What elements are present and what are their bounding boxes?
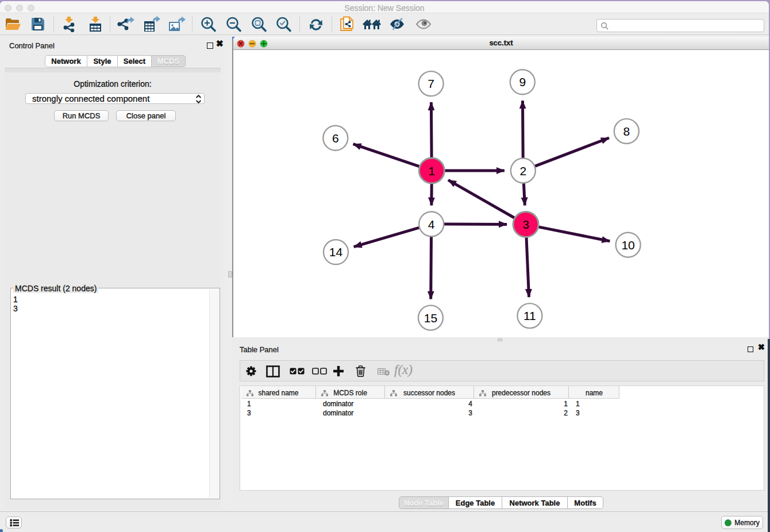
svg-text:9: 9 [519,75,526,88]
svg-text:1: 1 [428,164,435,178]
svg-text:2: 2 [519,164,526,178]
svg-text:14: 14 [329,245,343,259]
svg-text:10: 10 [621,238,634,252]
svg-text:6: 6 [332,132,339,145]
svg-text:15: 15 [424,311,437,325]
svg-text:4: 4 [428,218,435,231]
svg-text:7: 7 [428,77,434,90]
svg-text:11: 11 [523,309,536,322]
svg-text:8: 8 [623,125,630,138]
svg-text:3: 3 [522,218,529,231]
